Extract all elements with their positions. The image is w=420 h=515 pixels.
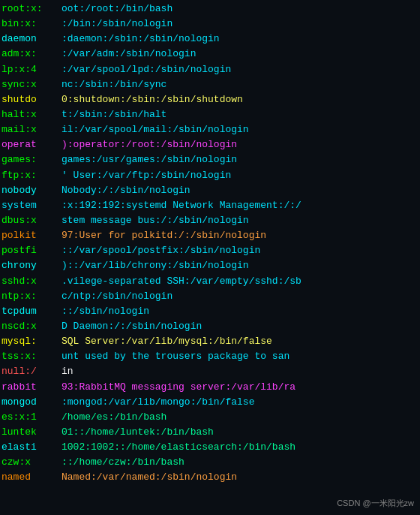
table-row: system:x:192:192:systemd Network Managem… [0, 198, 420, 213]
path-col: stem message bus:/:/sbin/nologin [62, 213, 418, 228]
path-col: t:/sbin:/sbin/halt [62, 107, 418, 122]
path-col: ):operator:/root:/sbin/nologin [62, 137, 418, 152]
path-col: 93:RabbitMQ messaging server:/var/lib/ra [62, 380, 418, 395]
user-col: operat [2, 137, 62, 152]
user-col: sync:x [2, 77, 62, 92]
table-row: rabbit93:RabbitMQ messaging server:/var/… [0, 380, 420, 395]
table-row: root:x:oot:/root:/bin/bash [0, 2, 420, 17]
table-row: tcpdum::/sbin/nologin [0, 304, 420, 319]
user-col: games: [2, 152, 62, 167]
path-col: 0:shutdown:/sbin:/sbin/shutdown [62, 92, 418, 107]
user-col: polkit [2, 228, 62, 243]
table-row: shutdo0:shutdown:/sbin:/sbin/shutdown [0, 92, 420, 107]
path-col: :x:192:192:systemd Network Management:/:… [62, 198, 418, 213]
path-col: Nobody:/:/sbin/nologin [62, 183, 418, 198]
path-col: ::/var/spool/postfix:/sbin/nologin [62, 243, 418, 258]
table-row: nscd:xD Daemon:/:/sbin/nologin [0, 319, 420, 334]
table-row: es:x:1/home/es:/bin/bash [0, 410, 420, 425]
user-col: nscd:x [2, 319, 62, 334]
user-col: bin:x: [2, 17, 62, 32]
table-row: mysql:SQL Server:/var/lib/mysql:/bin/fal… [0, 334, 420, 349]
user-col: elasti [2, 440, 62, 455]
path-col: :/var/spool/lpd:/sbin/nologin [62, 62, 418, 77]
path-col: 01::/home/luntek:/bin/bash [62, 425, 418, 440]
table-row: mail:xil:/var/spool/mail:/sbin/nologin [0, 122, 420, 137]
table-row: dbus:xstem message bus:/:/sbin/nologin [0, 213, 420, 228]
table-row: luntek01::/home/luntek:/bin/bash [0, 425, 420, 440]
path-col: .vilege-separated SSH:/var/empty/sshd:/s… [62, 274, 418, 289]
user-col: adm:x: [2, 47, 62, 62]
table-row: adm:x::/var/adm:/sbin/nologin [0, 47, 420, 62]
user-col: nobody [2, 183, 62, 198]
path-col: :mongod:/var/lib/mongo:/bin/false [62, 395, 418, 410]
user-col: postfi [2, 243, 62, 258]
path-col: oot:/root:/bin/bash [62, 2, 418, 17]
path-col: :daemon:/sbin:/sbin/nologin [62, 32, 418, 47]
table-row: ftp:x:' User:/var/ftp:/sbin/nologin [0, 168, 420, 183]
path-col: ::/home/czw:/bin/bash [62, 455, 418, 470]
table-row: lp:x:4:/var/spool/lpd:/sbin/nologin [0, 62, 420, 77]
table-row: elasti1002:1002::/home/elasticsearch:/bi… [0, 440, 420, 455]
path-col: )::/var/lib/chrony:/sbin/nologin [62, 258, 418, 273]
user-col: dbus:x [2, 213, 62, 228]
table-row: operat):operator:/root:/sbin/nologin [0, 137, 420, 152]
user-col: ftp:x: [2, 168, 62, 183]
user-col: lp:x:4 [2, 62, 62, 77]
table-row: bin:x::/bin:/sbin/nologin [0, 17, 420, 32]
path-col: c/ntp:/sbin/nologin [62, 289, 418, 304]
user-col: es:x:1 [2, 410, 62, 425]
table-row: nobodyNobody:/:/sbin/nologin [0, 183, 420, 198]
table-row: tss:x:unt used by the trousers package t… [0, 349, 420, 364]
path-col: 1002:1002::/home/elasticsearch:/bin/bash [62, 440, 418, 455]
user-col: ntp:x: [2, 289, 62, 304]
user-col: mail:x [2, 122, 62, 137]
path-col: Named:/var/named:/sbin/nologin [62, 470, 418, 485]
table-row: null:/in [0, 364, 420, 379]
user-col: luntek [2, 425, 62, 440]
path-col: games:/usr/games:/sbin/nologin [62, 152, 418, 167]
table-row: mongod:mongod:/var/lib/mongo:/bin/false [0, 395, 420, 410]
table-row: chrony)::/var/lib/chrony:/sbin/nologin [0, 258, 420, 273]
path-col: D Daemon:/:/sbin/nologin [62, 319, 418, 334]
user-col: tss:x: [2, 349, 62, 364]
user-col: daemon [2, 32, 62, 47]
table-row: polkit97:User for polkitd:/:/sbin/nologi… [0, 228, 420, 243]
path-col: :/var/adm:/sbin/nologin [62, 47, 418, 62]
table-row: sync:xnc:/sbin:/bin/sync [0, 77, 420, 92]
table-row: czw:x::/home/czw:/bin/bash [0, 455, 420, 470]
user-col: tcpdum [2, 304, 62, 319]
table-row: ntp:x:c/ntp:/sbin/nologin [0, 289, 420, 304]
path-col: :/bin:/sbin/nologin [62, 17, 418, 32]
path-col: ' User:/var/ftp:/sbin/nologin [62, 168, 418, 183]
watermark: CSDN @一米阳光zw [337, 498, 414, 509]
table-row: sshd:x.vilege-separated SSH:/var/empty/s… [0, 274, 420, 289]
path-col: SQL Server:/var/lib/mysql:/bin/false [62, 334, 418, 349]
user-col: rabbit [2, 380, 62, 395]
user-col: mongod [2, 395, 62, 410]
path-col: in [62, 364, 418, 379]
path-col: 97:User for polkitd:/:/sbin/nologin [62, 228, 418, 243]
table-row: games:games:/usr/games:/sbin/nologin [0, 152, 420, 167]
table-row: namedNamed:/var/named:/sbin/nologin [0, 470, 420, 485]
user-col: halt:x [2, 107, 62, 122]
user-col: null:/ [2, 364, 62, 379]
user-col: sshd:x [2, 274, 62, 289]
user-col: czw:x [2, 455, 62, 470]
user-col: shutdo [2, 92, 62, 107]
user-col: root:x: [2, 2, 62, 17]
table-row: halt:xt:/sbin:/sbin/halt [0, 107, 420, 122]
user-col: system [2, 198, 62, 213]
table-row: postfi::/var/spool/postfix:/sbin/nologin [0, 243, 420, 258]
path-col: nc:/sbin:/bin/sync [62, 77, 418, 92]
user-col: mysql: [2, 334, 62, 349]
user-col: chrony [2, 258, 62, 273]
path-col: il:/var/spool/mail:/sbin/nologin [62, 122, 418, 137]
terminal: root:x:oot:/root:/bin/bashbin:x::/bin:/s… [0, 0, 420, 515]
table-row: daemon:daemon:/sbin:/sbin/nologin [0, 32, 420, 47]
user-col: named [2, 470, 62, 485]
path-col: ::/sbin/nologin [62, 304, 418, 319]
path-col: /home/es:/bin/bash [62, 410, 418, 425]
path-col: unt used by the trousers package to san [62, 349, 418, 364]
